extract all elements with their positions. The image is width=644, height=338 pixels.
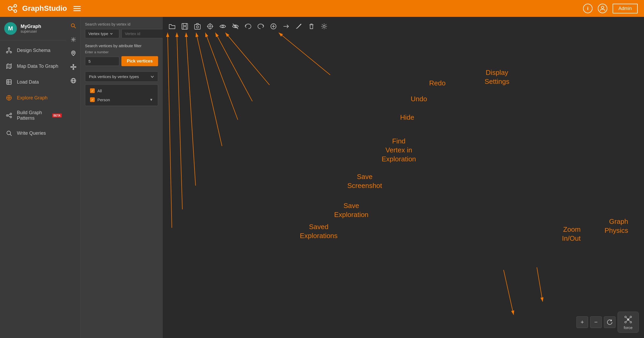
svg-point-37 bbox=[75, 66, 76, 67]
svg-line-30 bbox=[10, 134, 12, 136]
svg-point-34 bbox=[73, 52, 74, 54]
attr-filter-row: Pick vertices bbox=[85, 56, 158, 66]
zoom-annotation: ZoomIn/Out bbox=[562, 225, 581, 243]
pencil-icon bbox=[295, 23, 302, 30]
sidebar-item-explore-graph[interactable]: Explore Graph bbox=[0, 90, 66, 106]
undo-icon bbox=[245, 23, 252, 30]
build-icon bbox=[5, 112, 13, 119]
search-row: Vertex type bbox=[85, 29, 158, 38]
vertex-type-select[interactable]: Vertex type bbox=[85, 29, 119, 38]
svg-line-84 bbox=[626, 317, 628, 320]
vertex-type-person-checkbox[interactable]: ✓ bbox=[90, 97, 95, 102]
svg-line-11 bbox=[9, 51, 11, 51]
vertex-type-person-row: ✓ Person ▼ bbox=[88, 96, 155, 103]
eye-icon bbox=[219, 23, 226, 30]
folder-icon bbox=[169, 23, 176, 30]
graph-panel-btn[interactable] bbox=[69, 62, 78, 72]
vertex-type-all-row: ✓ All bbox=[88, 87, 155, 94]
svg-point-38 bbox=[73, 64, 74, 65]
sidebar-item-write-queries[interactable]: Write Queries bbox=[0, 125, 66, 141]
attr-filter-sublabel: Enter a number bbox=[85, 50, 158, 54]
globe-panel-btn[interactable] bbox=[69, 76, 78, 85]
undo-annotation: Undo bbox=[411, 95, 427, 104]
user-section: M MyGraph superuser bbox=[0, 17, 66, 40]
svg-rect-50 bbox=[183, 23, 186, 26]
vertex-types-body: ✓ All ✓ Person ▼ bbox=[85, 84, 158, 106]
trash-icon bbox=[308, 23, 315, 30]
sidebar-item-design-schema[interactable]: Design Schema bbox=[0, 42, 66, 58]
camera-icon bbox=[194, 23, 201, 30]
save-screenshot-button[interactable] bbox=[192, 21, 203, 32]
find-vertex-button[interactable] bbox=[205, 21, 215, 32]
svg-point-25 bbox=[10, 113, 12, 115]
svg-line-71 bbox=[186, 33, 196, 186]
redo-button[interactable] bbox=[255, 21, 266, 32]
arrow-button[interactable] bbox=[281, 21, 291, 32]
vertex-types-dropdown-header[interactable]: Pick vertices by vertex types bbox=[85, 71, 158, 82]
svg-point-26 bbox=[10, 116, 12, 118]
saved-explorations-annotation: SavedExplorations bbox=[300, 223, 338, 240]
logo: GraphStudio bbox=[6, 2, 67, 15]
svg-point-8 bbox=[10, 51, 12, 53]
user-info: MyGraph superuser bbox=[21, 24, 41, 33]
hide-button[interactable] bbox=[217, 21, 228, 32]
explore-icon bbox=[5, 94, 13, 102]
graph-physics-annotation: GraphPhysics bbox=[604, 217, 628, 235]
attr-filter-section: Search vertices by attribute filter Ente… bbox=[85, 44, 158, 66]
user-name: MyGraph bbox=[21, 24, 41, 29]
svg-point-1 bbox=[14, 4, 17, 7]
svg-line-86 bbox=[626, 320, 628, 322]
svg-line-85 bbox=[628, 317, 630, 320]
zoom-out-button[interactable]: − bbox=[590, 316, 602, 328]
zoom-in-button[interactable]: + bbox=[576, 316, 588, 328]
svg-point-7 bbox=[6, 51, 8, 53]
saved-explorations-button[interactable] bbox=[167, 21, 177, 32]
svg-line-3 bbox=[12, 6, 14, 8]
add-button[interactable] bbox=[268, 21, 279, 32]
eye-off-icon bbox=[232, 23, 239, 30]
arrow-icon bbox=[283, 23, 290, 30]
svg-rect-51 bbox=[183, 27, 186, 29]
schema-icon bbox=[5, 47, 13, 54]
svg-point-36 bbox=[71, 66, 72, 67]
force-layout-button[interactable]: force bbox=[618, 312, 639, 333]
gear-icon bbox=[321, 23, 328, 30]
sidebar-item-label: Write Queries bbox=[17, 131, 46, 136]
svg-line-76 bbox=[279, 33, 330, 75]
search-panel-btn[interactable] bbox=[69, 21, 78, 31]
info-button[interactable]: i bbox=[583, 4, 593, 13]
refresh-layout-button[interactable] bbox=[604, 316, 615, 328]
settings-panel-btn[interactable] bbox=[69, 35, 78, 44]
pick-vertices-button[interactable]: Pick vertices bbox=[121, 56, 158, 66]
svg-line-75 bbox=[225, 33, 269, 85]
sidebar-item-map-data[interactable]: Map Data To Graph bbox=[0, 58, 66, 74]
sidebar-item-label: Map Data To Graph bbox=[17, 64, 58, 69]
target-icon bbox=[207, 23, 214, 30]
vertex-types-section: Pick vertices by vertex types ✓ All ✓ Pe… bbox=[85, 71, 158, 106]
svg-line-74 bbox=[215, 33, 252, 101]
svg-line-10 bbox=[7, 51, 9, 51]
svg-point-67 bbox=[323, 25, 325, 27]
hamburger-button[interactable] bbox=[72, 5, 82, 12]
delete-button[interactable] bbox=[306, 21, 317, 32]
display-settings-button[interactable] bbox=[319, 21, 329, 32]
sidebar-item-build-graph-patterns[interactable]: Build Graph Patterns BETA bbox=[0, 106, 66, 125]
toggle-hide-button[interactable] bbox=[230, 21, 241, 32]
vertex-type-all-checkbox[interactable]: ✓ bbox=[90, 88, 95, 93]
svg-point-39 bbox=[73, 69, 74, 70]
sidebar-item-label: Load Data bbox=[17, 79, 39, 85]
sidebar-item-load-data[interactable]: Load Data bbox=[0, 74, 66, 90]
undo-button[interactable] bbox=[243, 21, 253, 32]
attr-filter-input[interactable] bbox=[85, 57, 119, 66]
save-exploration-button[interactable] bbox=[179, 21, 190, 32]
edit-button[interactable] bbox=[293, 21, 304, 32]
search-by-id-section: Search vertices by vertex id Vertex type bbox=[85, 22, 158, 38]
user-button[interactable] bbox=[598, 4, 607, 13]
svg-line-27 bbox=[8, 114, 10, 115]
location-panel-btn[interactable] bbox=[69, 49, 78, 58]
svg-line-62 bbox=[233, 24, 238, 29]
redo-annotation: Redo bbox=[429, 79, 446, 88]
chevron-down-icon bbox=[110, 32, 113, 35]
svg-line-72 bbox=[196, 33, 222, 146]
admin-button[interactable]: Admin bbox=[613, 4, 638, 13]
